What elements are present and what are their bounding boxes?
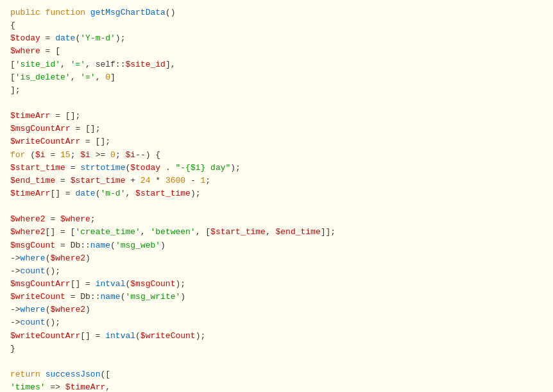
code-line: for ($i = 15; $i >= 0; $i--) { <box>10 149 543 162</box>
code-line: $writeCountArr[] = intval($writeCount); <box>10 330 543 343</box>
code-line: ->count(); <box>10 265 543 278</box>
code-line: $where2[] = ['create_time', 'between', [… <box>10 226 543 239</box>
code-line: $end_time = $start_time + 24 * 3600 - 1; <box>10 175 543 187</box>
code-container: public function getMsgChartData(){ $toda… <box>10 6 543 392</box>
code-line: ->where($where2) <box>10 303 543 316</box>
code-line: $where2 = $where; <box>10 213 543 226</box>
code-line: $writeCount = Db::name('msg_write') <box>10 291 543 303</box>
code-line: $msgCountArr[] = intval($msgCount); <box>10 278 543 291</box>
code-line: ]; <box>10 84 543 97</box>
code-line: $timeArr[] = date('m-d', $start_time); <box>10 187 543 200</box>
code-line <box>10 355 543 368</box>
code-line: $today = date('Y-m-d'); <box>10 32 543 45</box>
code-line: $where = [ <box>10 45 543 58</box>
code-line: ->where($where2) <box>10 252 543 265</box>
code-line: $msgCountArr = []; <box>10 123 543 135</box>
code-line: ['site_id', '=', self::$site_id], <box>10 58 543 71</box>
code-line: ->count(); <box>10 316 543 329</box>
code-line: $writeCountArr = []; <box>10 135 543 148</box>
code-line: ['is_delete', '=', 0] <box>10 71 543 84</box>
code-line: 'times' => $timeArr, <box>10 381 543 392</box>
code-line <box>10 200 543 213</box>
code-line: $timeArr = []; <box>10 110 543 123</box>
code-line: { <box>10 19 543 32</box>
code-line: return successJson([ <box>10 368 543 381</box>
code-line: $start_time = strtotime($today . "-{$i} … <box>10 162 543 175</box>
code-line <box>10 97 543 110</box>
code-line: public function getMsgChartData() <box>10 6 543 19</box>
code-line: $msgCount = Db::name('msg_web') <box>10 239 543 252</box>
code-line: } <box>10 343 543 355</box>
